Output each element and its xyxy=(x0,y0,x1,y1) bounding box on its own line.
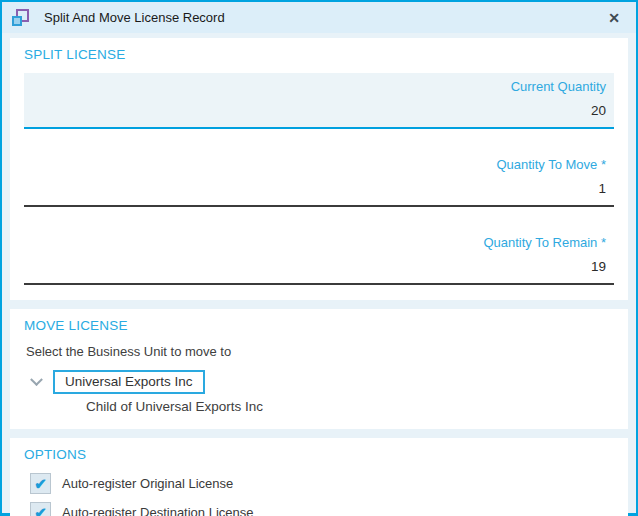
auto-register-original-row: ✔ Auto-register Original License xyxy=(30,473,614,494)
quantity-to-move-label: Quantity To Move * xyxy=(32,156,606,173)
quantity-to-remain-label: Quantity To Remain * xyxy=(32,234,606,251)
quantity-to-remain-value[interactable]: 19 xyxy=(32,251,606,279)
current-quantity-label: Current Quantity xyxy=(32,78,606,95)
move-license-panel: MOVE LICENSE Select the Business Unit to… xyxy=(10,309,628,429)
titlebar: Split And Move License Record ✕ xyxy=(2,2,636,33)
close-icon[interactable]: ✕ xyxy=(604,9,624,27)
dialog-body: SPLIT LICENSE Current Quantity 20 Quanti… xyxy=(2,33,636,516)
move-license-header: MOVE LICENSE xyxy=(24,318,614,333)
current-quantity-field: Current Quantity 20 xyxy=(24,73,614,129)
split-license-header: SPLIT LICENSE xyxy=(24,47,614,62)
chevron-down-icon[interactable] xyxy=(30,373,43,386)
quantity-to-move-field[interactable]: Quantity To Move * 1 xyxy=(24,151,614,207)
split-and-move-dialog: Split And Move License Record ✕ SPLIT LI… xyxy=(0,0,638,516)
tree-node-universal-exports[interactable]: Universal Exports Inc xyxy=(53,370,205,394)
quantity-to-remain-field[interactable]: Quantity To Remain * 19 xyxy=(24,229,614,285)
split-license-panel: SPLIT LICENSE Current Quantity 20 Quanti… xyxy=(10,38,628,300)
checkmark-icon: ✔ xyxy=(34,476,47,491)
auto-register-original-label: Auto-register Original License xyxy=(62,476,233,491)
tree-node-child[interactable]: Child of Universal Exports Inc xyxy=(86,399,614,414)
options-panel: OPTIONS ✔ Auto-register Original License… xyxy=(10,438,628,516)
business-unit-tree-row: Universal Exports Inc xyxy=(30,370,614,394)
auto-register-original-checkbox[interactable]: ✔ xyxy=(30,473,51,494)
app-icon-inner-square xyxy=(12,16,22,26)
quantity-to-move-value[interactable]: 1 xyxy=(32,173,606,201)
options-header: OPTIONS xyxy=(24,447,614,462)
app-window-icon xyxy=(12,9,29,26)
dialog-title: Split And Move License Record xyxy=(44,10,225,25)
auto-register-destination-row: ✔ Auto-register Destination License xyxy=(30,502,614,516)
business-unit-instruction: Select the Business Unit to move to xyxy=(26,344,614,359)
auto-register-destination-label: Auto-register Destination License xyxy=(62,505,254,516)
auto-register-destination-checkbox[interactable]: ✔ xyxy=(30,502,51,516)
current-quantity-value: 20 xyxy=(32,95,606,123)
checkmark-icon: ✔ xyxy=(34,505,47,516)
